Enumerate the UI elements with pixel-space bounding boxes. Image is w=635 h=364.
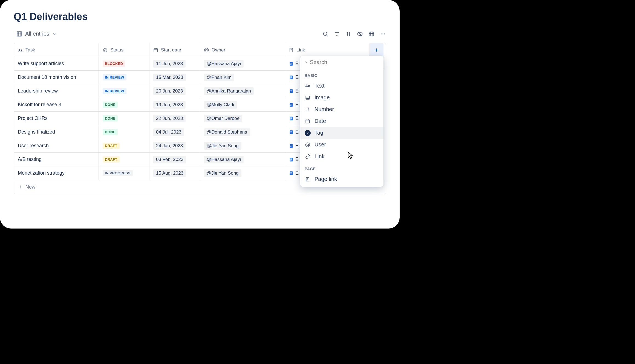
filter-button[interactable] [334,31,340,37]
cell-task[interactable]: User research [14,139,99,153]
dropdown-item-number[interactable]: Number [300,103,383,115]
cell-date[interactable]: 04 Jul, 2023 [149,125,200,139]
cell-task[interactable]: Leadership review [14,84,99,98]
cell-date[interactable]: 19 Jun, 2023 [149,98,200,112]
dropdown-item-label: Page link [314,176,337,182]
svg-line-74 [307,108,307,111]
cell-task[interactable]: Project OKRs [14,112,99,125]
owner-chip: @Hassana Ajayi [204,156,244,163]
cell-status[interactable]: DONE [99,125,149,139]
column-header-status[interactable]: Status [99,43,149,57]
cell-task[interactable]: Document 18 month vision [14,71,99,84]
svg-rect-36 [290,77,292,77]
cell-date[interactable]: 15 Mar, 2023 [149,71,200,84]
table-header: Aa Task Status Start date Owner Link [14,43,386,57]
column-header-task[interactable]: Aa Task [14,43,99,57]
sort-button[interactable] [345,31,351,37]
dropdown-item-label: Text [314,83,325,89]
more-button[interactable] [380,31,386,37]
link-text: E [295,157,299,162]
cell-task[interactable]: Kickoff for release 3 [14,98,99,112]
column-header-start-date[interactable]: Start date [149,43,200,57]
doc-icon [289,157,294,162]
chevron-down-icon [52,32,56,36]
dropdown-item-image[interactable]: Image [300,92,383,103]
cell-status[interactable]: IN REVIEW [99,84,149,98]
cell-status[interactable]: DRAFT [99,139,149,153]
page-icon [289,48,294,53]
cell-date[interactable]: 22 Jun, 2023 [149,112,200,125]
svg-point-15 [382,33,383,34]
view-selector[interactable]: All entries [14,29,59,39]
tag-icon [305,130,311,136]
cell-owner[interactable]: @Omar Darboe [200,112,285,125]
dropdown-item-tag[interactable]: Tag [300,127,383,139]
dropdown-item-user[interactable]: User [300,139,383,151]
dropdown-item-text[interactable]: Aa Text [300,80,383,92]
cell-status[interactable]: DONE [99,98,149,112]
cell-task[interactable]: Write support articles [14,57,99,71]
dropdown-group-page: PAGE [300,162,383,173]
column-type-dropdown: BASIC Aa Text Image Number Date Tag User [300,56,383,187]
owner-chip: @Jie Yan Song [204,142,241,150]
svg-point-23 [206,49,207,51]
cell-owner[interactable]: @Hassana Ajayi [200,57,285,71]
dropdown-item-date[interactable]: Date [300,115,383,127]
search-button[interactable] [322,31,328,37]
dropdown-item-label: User [314,141,326,148]
link-text: E [295,61,299,67]
dropdown-item-label: Image [314,94,330,101]
cell-status[interactable]: DONE [99,112,149,125]
svg-rect-63 [290,172,292,172]
dropdown-item-page-link[interactable]: Page link [300,173,383,187]
date-chip: 22 Jun, 2023 [153,115,186,122]
dropdown-search[interactable] [300,56,383,69]
cell-date[interactable]: 03 Feb, 2023 [149,153,200,166]
dropdown-item-label: Link [314,153,325,160]
hide-button[interactable] [357,31,363,37]
cell-date[interactable]: 24 Jan, 2023 [149,139,200,153]
cell-owner[interactable]: @Molly Clark [200,98,285,112]
column-header-owner[interactable]: Owner [200,43,285,57]
app-frame: Q1 Deliverables All entries [0,0,400,229]
date-chip: 03 Feb, 2023 [153,156,186,163]
dropdown-item-label: Number [314,106,334,112]
cell-owner[interactable]: @Jie Yan Song [200,166,285,180]
svg-rect-65 [290,174,291,174]
add-column-button[interactable] [370,43,383,57]
status-badge: DRAFT [103,143,120,149]
cell-date[interactable]: 20 Jun, 2023 [149,84,200,98]
svg-point-68 [305,62,307,63]
svg-rect-43 [290,104,292,104]
cell-owner[interactable]: @Hassana Ajayi [200,153,285,166]
cell-status[interactable]: BLOCKED [99,57,149,71]
svg-point-4 [324,32,327,35]
svg-rect-40 [290,91,292,91]
cell-owner[interactable]: @Phan Kim [200,71,285,84]
cell-owner[interactable]: @Jie Yan Song [200,139,285,153]
cell-task[interactable]: Designs finalized [14,125,99,139]
date-chip: 24 Jan, 2023 [153,142,186,150]
cell-status[interactable]: IN REVIEW [99,71,149,84]
cell-date[interactable]: 11 Jun, 2023 [149,57,200,71]
svg-line-5 [327,35,328,36]
svg-rect-59 [290,158,292,159]
cell-status[interactable]: DRAFT [99,153,149,166]
cell-task[interactable]: A/B testing [14,153,99,166]
column-label: Status [110,47,123,53]
cell-owner[interactable]: @Annika Rangarajan [200,84,285,98]
dropdown-search-input[interactable] [310,59,379,65]
cell-status[interactable]: IN PROGRESS [99,166,149,180]
cell-date[interactable]: 15 Aug, 2023 [149,166,200,180]
layout-button[interactable] [368,31,374,37]
column-header-link[interactable]: Link [285,43,370,57]
svg-point-16 [384,33,385,34]
mention-icon [204,48,209,53]
doc-icon [289,102,294,107]
cell-owner[interactable]: @Donald Stephens [200,125,285,139]
svg-rect-61 [290,160,291,160]
dropdown-item-link[interactable]: Link [300,151,383,162]
link-text: E [295,115,299,121]
cell-task[interactable]: Monetization strategy [14,166,99,180]
doc-icon [289,130,294,135]
